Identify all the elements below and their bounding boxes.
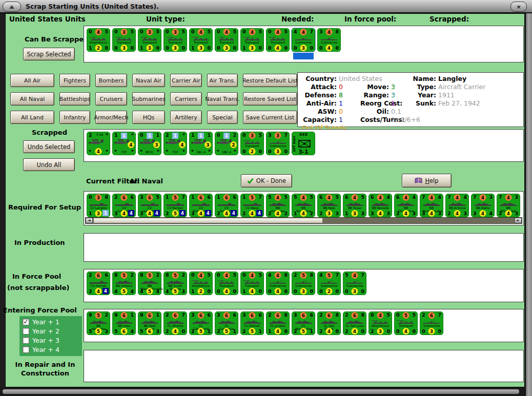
unit-counter-sbc-4[interactable]: 1113**SBC-4 [189,132,213,155]
help-button[interactable]: Help [402,174,452,187]
scroll-left-arrow-icon[interactable]: ◄ [86,218,93,223]
filter-button-fighters[interactable]: Fighters [59,74,90,87]
ok-done-button[interactable]: OK - Done [241,174,292,187]
unit-counter-submarine[interactable]: 337Submarine030 [266,132,290,155]
unit-counter-submarine[interactable]: 348Submarine040 [317,28,341,52]
filter-button-battleships[interactable]: Battleships [59,92,90,106]
unit-counter-submarine[interactable]: 547Submarine030 [343,272,366,295]
unit-counter-cv-saratoga[interactable]: 266CV Saratoga344 [112,194,136,217]
year-checkbox-2[interactable] [23,328,29,335]
scroll-right-arrow-icon[interactable]: ► [515,218,522,223]
unit-counter-submarine[interactable]: 258Submarine030 [292,272,315,295]
unit-counter-lvt-garr[interactable]: XXXLVT Garr3-1 [292,132,315,155]
unit-counter-transport[interactable]: 045Transport140 [240,272,264,295]
unit-counter-transport[interactable]: 045Transport040 [266,28,290,52]
unit-counter-submarine[interactable]: 447Submarine030 [292,28,315,52]
filter-button-artillery[interactable]: Artillery [170,111,202,124]
filter-button-all-naval[interactable]: All Naval [10,92,54,106]
unit-counter-transport[interactable]: 045Transport030 [215,28,238,52]
filter-button-save-current-list[interactable]: Save Current List [243,111,297,124]
unit-counter-bb-indiana[interactable]: 852BB Indiana454 [112,272,136,295]
filter-button-naval-air[interactable]: Naval Air [132,74,165,87]
unit-counter-bb-massachusetts[interactable]: 852BB Massachusetts454 [138,272,161,295]
filter-button-naval-trans-[interactable]: Naval Trans. [207,92,238,106]
unit-counter-cl-juneau[interactable]: 268CL Juneau140 [266,311,290,335]
unit-counter-bb-mississippi[interactable]: 743BB Mississippi243 [497,194,520,217]
unit-counter-cv-lexington[interactable]: 365CV Lexington344 [138,194,161,217]
right-window-scrollbar[interactable] [525,13,532,396]
unit-counter-bb-wyoming[interactable]: 545BB Wyoming142 [292,194,315,217]
filter-button-submarines[interactable]: Submarines [132,92,165,106]
unit-counter-f3f[interactable]: 11*4**F3F [112,132,136,155]
unit-counter-cl-columbia[interactable]: 366CL Columbia251 [215,311,238,335]
filter-button-all-land[interactable]: All Land [10,111,54,124]
undo-all-button[interactable]: Undo All [23,158,75,171]
unit-counter-transport[interactable]: 045Transport040 [215,272,238,295]
filter-button-restore-default-list[interactable]: Restore Default List [243,74,297,87]
unit-counter-bb-iowa[interactable]: 961BB Iowa564 [112,311,136,335]
unit-counter-cl-cleveland[interactable]: 366CL Cleveland251 [189,311,213,335]
scrap-selected-button[interactable]: Scrap Selected [23,48,75,60]
unit-counter-cl-atlanta[interactable]: 267CL Atlanta240 [163,311,187,335]
filter-button-special[interactable]: Special [207,111,238,124]
unit-counter-submarine[interactable]: 448Submarine040 [266,272,290,295]
unit-counter-cv-wasp[interactable]: 157CV Wasp244 [240,194,264,217]
unit-counter-cv-hornet[interactable]: 266CV Hornet244 [87,272,110,295]
unit-counter-transport[interactable]: 035Transport130 [138,28,161,52]
unit-counter-cl-montpelier[interactable]: 366CL Montpelier251 [292,311,315,335]
filter-button-hqs[interactable]: HQs [132,111,165,124]
filter-button-all-air[interactable]: All Air [10,74,54,87]
unit-counter-bb-arizona[interactable]: 744BB Arizona243 [445,194,469,217]
unit-counter-cv-langley[interactable]: 038CV Langley131 [87,194,110,217]
unit-counter-bb-idaho[interactable]: 743BB Idaho344 [471,194,495,217]
unit-counter-bb-oklahoma[interactable]: 644BB Oklahoma243 [394,194,418,217]
unit-counter-p-26[interactable]: 2*4**P-26 [87,132,110,155]
unit-counter-transport[interactable]: 035Transport030 [163,28,187,52]
unit-counter-cl-san-juan[interactable]: 268CL San Juan240 [343,311,366,335]
undo-selected-button[interactable]: Undo Selected [23,140,75,153]
filter-button-air-trans-[interactable]: Air Trans. [207,74,238,87]
unit-counter-transport[interactable]: 035Transport020 [240,132,264,155]
unit-counter-sbc-4[interactable]: 0122**SBC-4 [215,132,238,155]
unit-counter-transport[interactable]: 035Transport030 [112,28,136,52]
filter-button-infantry[interactable]: Infantry [59,111,90,124]
unit-counter-submarine[interactable]: 457Submarine020 [317,272,341,295]
unit-counter-bb-south-dakota[interactable]: 852BB South Dakota453 [163,272,187,295]
system-menu-button[interactable] [3,2,21,12]
unit-counter-bb-alabama[interactable]: 952BB Alabama553 [87,311,110,335]
unit-counter-bb-new-york[interactable]: 645BB New York233 [317,194,341,217]
unit-counter-cv-yorktown[interactable]: 166CV Yorktown244 [215,194,238,217]
unit-counter-cv-ranger[interactable]: 157CV Ranger254 [163,194,187,217]
unit-counter-bb-texas[interactable]: 645BB Texas133 [343,194,366,217]
unit-counter-amphibious[interactable]: 045Amphibious120 [189,272,213,295]
unit-counter-f3f[interactable]: 21*4**F3F [163,132,187,155]
filter-button-restore-saved-list[interactable]: Restore Saved List [243,92,297,106]
filter-button-cruisers[interactable]: Cruisers [95,92,127,106]
unit-counter-bb-arkansas[interactable]: 545BB Arkansas242 [266,194,290,217]
unit-counter-cl-san-diego[interactable]: 268CL San Diego240 [317,311,341,335]
filter-button-carriers[interactable]: Carriers [170,92,202,106]
year-checkbox-4[interactable] [23,346,29,353]
unit-counter-transport[interactable]: 045Transport130 [240,28,264,52]
unit-counter-cl-denver[interactable]: 366CL Denver251 [240,311,264,335]
unit-counter-amphibious[interactable]: 045Amphibious120 [87,28,110,52]
unit-counter-submarine[interactable]: 267Submarine030 [420,311,443,335]
unit-counter-transport[interactable]: 045Transport130 [189,28,213,52]
close-button[interactable]: × [510,2,527,12]
filter-button-armor-mech[interactable]: Armor/Mech [95,111,127,124]
unit-counter-bb-new-jersey[interactable]: 961BB New Jersey563 [138,311,161,335]
bottom-window-scrollbar[interactable] [0,387,525,396]
unit-counter-amphibious[interactable]: 045Amphibious230 [369,311,392,335]
year-checkbox-3[interactable] [23,337,29,344]
required-scrollbar[interactable]: ◄ ► [85,217,522,224]
scrollbar-thumb[interactable] [93,218,323,223]
unit-counter-bb-nevada[interactable]: 644BB Nevada343 [369,194,392,217]
unit-counter-bb-pennsylvania[interactable]: 744BB Pennsylvania343 [420,194,443,217]
year-checkbox-1[interactable]: ✓ [23,319,29,325]
bottom-scrollbar-thumb[interactable] [3,389,519,394]
unit-counter-transport[interactable]: 055Transport040 [394,311,418,335]
unit-counter-cv-enterprise[interactable]: 166CV Enterprise344 [189,194,213,217]
filter-button-bombers[interactable]: Bombers [95,74,127,87]
filter-button-carrier-air[interactable]: Carrier Air [170,74,202,87]
unit-counter-bf2c[interactable]: 0113**BF2C [138,132,161,155]
